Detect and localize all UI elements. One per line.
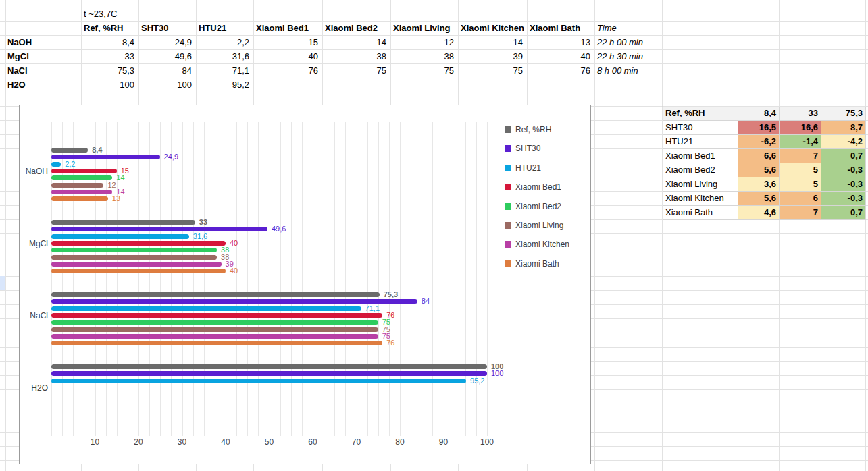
- value-cell[interactable]: 12: [392, 35, 454, 49]
- column-header[interactable]: Xiaomi Living: [393, 21, 451, 35]
- x-axis-tick-label: 100: [474, 437, 501, 447]
- diff-value-cell[interactable]: 6,6: [738, 149, 780, 163]
- diff-value-cell[interactable]: -0,3: [821, 163, 866, 177]
- chart-gridline: [487, 122, 488, 436]
- value-cell[interactable]: 24,9: [140, 35, 192, 49]
- diff-header-label[interactable]: Ref, %RH: [663, 107, 738, 121]
- bar-data-label: 8,4: [92, 146, 102, 154]
- value-cell[interactable]: 15: [255, 35, 318, 49]
- temp-note[interactable]: t ~23,7C: [84, 7, 118, 21]
- spreadsheet-canvas[interactable]: t ~23,7CRef, %RHSHT30HTU21Xiaomi Bed1Xia…: [0, 0, 868, 471]
- diff-row-label[interactable]: Xiaomi Bed2: [663, 163, 738, 177]
- bar: [51, 327, 378, 332]
- value-cell[interactable]: 40: [528, 49, 590, 63]
- bar: [51, 341, 382, 345]
- value-cell[interactable]: 95,2: [197, 78, 249, 92]
- diff-value-cell[interactable]: 4,6: [738, 206, 780, 220]
- column-header[interactable]: SHT30: [141, 21, 168, 35]
- diff-value-cell[interactable]: 5: [780, 163, 821, 177]
- column-header[interactable]: Xiaomi Kitchen: [461, 21, 524, 35]
- diff-value-cell[interactable]: -4,2: [821, 135, 866, 149]
- row-label[interactable]: H2O: [7, 78, 26, 92]
- value-cell[interactable]: 39: [459, 49, 523, 63]
- value-cell[interactable]: 40: [255, 49, 318, 63]
- bar: [51, 155, 160, 159]
- value-cell[interactable]: 75: [324, 63, 386, 78]
- value-cell[interactable]: 100: [82, 78, 134, 92]
- value-cell[interactable]: 2,2: [197, 35, 249, 49]
- diff-value-cell[interactable]: 8,7: [821, 121, 866, 135]
- value-cell[interactable]: 14: [459, 35, 523, 49]
- column-header[interactable]: Xiaomi Bath: [530, 21, 580, 35]
- diff-value-cell[interactable]: -6,2: [738, 135, 780, 149]
- value-cell[interactable]: 31,6: [197, 49, 249, 63]
- legend-label: HTU21: [515, 163, 541, 173]
- diff-row-label[interactable]: SHT30: [663, 121, 738, 135]
- column-header[interactable]: Xiaomi Bed2: [325, 21, 378, 35]
- value-cell[interactable]: 75: [392, 63, 454, 78]
- value-cell[interactable]: 38: [392, 49, 454, 63]
- legend-label: Xiaomi Bed1: [515, 182, 561, 192]
- value-cell[interactable]: 8,4: [82, 35, 134, 49]
- diff-row-label[interactable]: Xiaomi Bed1: [663, 149, 738, 163]
- time-cell[interactable]: 22 h 00 min: [597, 35, 643, 49]
- column-header[interactable]: HTU21: [199, 21, 226, 35]
- diff-value-cell[interactable]: 16,6: [780, 121, 821, 135]
- legend-swatch-icon: [505, 126, 511, 133]
- row-label[interactable]: NaCl: [7, 63, 28, 78]
- diff-value-cell[interactable]: -1,4: [780, 135, 821, 149]
- column-header-time[interactable]: Time: [597, 21, 617, 35]
- value-cell[interactable]: 49,6: [140, 49, 192, 63]
- diff-header-value[interactable]: 75,3: [821, 107, 866, 121]
- diff-row-label[interactable]: Xiaomi Bath: [663, 206, 738, 220]
- value-cell[interactable]: 38: [324, 49, 386, 63]
- bar-data-label: 75,3: [384, 291, 398, 298]
- bar: [51, 334, 378, 339]
- diff-value-cell[interactable]: 5: [780, 177, 821, 192]
- bar: [51, 183, 103, 188]
- diff-value-cell[interactable]: -0,3: [821, 177, 866, 192]
- diff-row-label[interactable]: HTU21: [663, 135, 738, 149]
- chart-gridline: [389, 122, 390, 436]
- sheet-column-gridline: [821, 0, 821, 471]
- diff-header-value[interactable]: 33: [780, 107, 821, 121]
- diff-row-label[interactable]: Xiaomi Kitchen: [663, 192, 738, 206]
- bar: [51, 255, 217, 260]
- value-cell[interactable]: 76: [255, 63, 318, 78]
- value-cell[interactable]: 100: [140, 78, 192, 92]
- value-cell[interactable]: 76: [528, 63, 590, 78]
- value-cell[interactable]: 75: [459, 63, 523, 78]
- value-cell[interactable]: 71,1: [197, 63, 249, 78]
- diff-header-value[interactable]: 8,4: [738, 107, 780, 121]
- diff-value-cell[interactable]: 6: [780, 192, 821, 206]
- diff-value-cell[interactable]: 0,7: [821, 149, 866, 163]
- chart-gridline: [378, 122, 379, 436]
- legend-swatch-icon: [505, 222, 511, 229]
- bar: [51, 379, 466, 383]
- row-label[interactable]: NaOH: [7, 35, 32, 49]
- diff-value-cell[interactable]: 0,7: [821, 206, 866, 220]
- diff-value-cell[interactable]: -0,3: [821, 192, 866, 206]
- bar-data-label: 40: [230, 240, 238, 247]
- column-header[interactable]: Xiaomi Bed1: [256, 21, 309, 35]
- bar-data-label: 24,9: [164, 153, 178, 161]
- diff-value-cell[interactable]: 3,6: [738, 177, 780, 192]
- humidity-bar-chart[interactable]: 102030405060708090100NaOHMgClNaClH2O8,43…: [19, 105, 591, 464]
- bar: [51, 248, 217, 252]
- time-cell[interactable]: 22 h 30 min: [597, 49, 643, 63]
- row-label[interactable]: MgCl: [7, 49, 29, 63]
- diff-value-cell[interactable]: 7: [780, 206, 821, 220]
- diff-value-cell[interactable]: 5,6: [738, 163, 780, 177]
- value-cell[interactable]: 14: [324, 35, 386, 49]
- bar: [51, 292, 380, 297]
- column-header[interactable]: Ref, %RH: [84, 21, 124, 35]
- diff-value-cell[interactable]: 7: [780, 149, 821, 163]
- value-cell[interactable]: 13: [528, 35, 590, 49]
- diff-value-cell[interactable]: 16,5: [738, 121, 780, 135]
- diff-row-label[interactable]: Xiaomi Living: [663, 177, 738, 192]
- time-cell[interactable]: 8 h 00 min: [597, 63, 638, 78]
- diff-value-cell[interactable]: 5,6: [738, 192, 780, 206]
- value-cell[interactable]: 84: [140, 63, 192, 78]
- value-cell[interactable]: 75,3: [82, 63, 134, 78]
- value-cell[interactable]: 33: [82, 49, 134, 63]
